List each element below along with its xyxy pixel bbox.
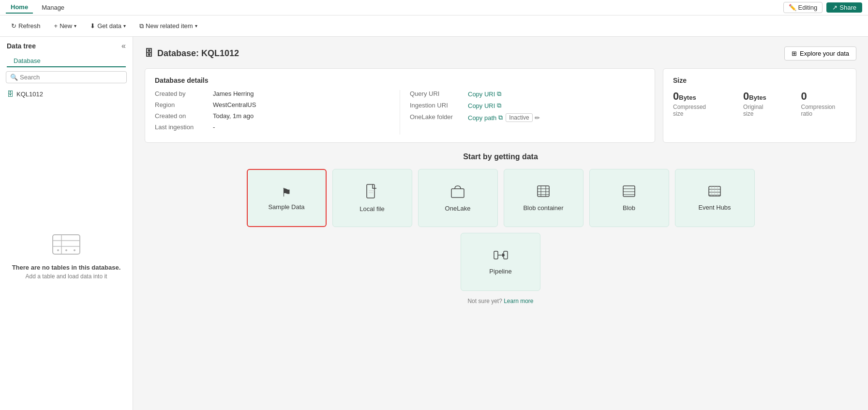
sample-data-label: Sample Data xyxy=(268,203,304,211)
copy-icon-onelake: ⧉ xyxy=(498,114,503,121)
top-nav: Home Manage ✏️ Editing ↗ Share xyxy=(0,0,868,15)
sidebar-title: Data tree xyxy=(7,42,36,50)
last-ingestion-row: Last ingestion - xyxy=(155,123,390,131)
data-source-local-file[interactable]: Local file xyxy=(332,169,412,227)
sidebar-item-kql1012[interactable]: 🗄 KQL1012 xyxy=(0,87,133,101)
learn-more-link[interactable]: Learn more xyxy=(504,298,533,304)
plus-icon: + xyxy=(54,22,58,30)
edit-icon[interactable]: ✏ xyxy=(535,114,540,121)
explore-icon: ⊞ xyxy=(792,50,797,57)
onelake-label: OneLake folder xyxy=(410,113,468,122)
last-ingestion-value: - xyxy=(213,123,215,131)
blob-label: Blob xyxy=(623,204,635,212)
explore-data-button[interactable]: ⊞ Explore your data xyxy=(784,46,856,61)
copy-uri-query-link[interactable]: Copy URI ⧉ xyxy=(468,90,501,98)
data-source-sample[interactable]: ⚑ Sample Data xyxy=(247,169,327,227)
data-source-event-hubs[interactable]: Event Hubs xyxy=(675,169,755,227)
sidebar-empty-state: There are no tables in this database. Ad… xyxy=(0,101,133,410)
new-button[interactable]: + New ▾ xyxy=(49,20,82,32)
sidebar-tab-database[interactable]: Database xyxy=(7,53,126,67)
query-uri-row: Query URI Copy URI ⧉ xyxy=(410,90,645,98)
details-col-right: Query URI Copy URI ⧉ Ingestion URI Copy … xyxy=(410,90,645,135)
last-ingestion-label: Last ingestion xyxy=(155,123,213,131)
svg-rect-17 xyxy=(623,186,635,197)
refresh-button[interactable]: ↻ Refresh xyxy=(6,20,46,32)
blob-container-icon xyxy=(537,185,550,200)
size-metrics: 0Bytes Compressed size 0Bytes Original s… xyxy=(673,90,846,117)
refresh-label: Refresh xyxy=(18,22,41,30)
search-input[interactable] xyxy=(20,74,122,81)
local-file-icon xyxy=(366,184,378,201)
original-unit: Bytes xyxy=(749,94,766,101)
db-title-icon: 🗄 xyxy=(145,48,153,59)
get-data-label: Get data xyxy=(97,22,121,30)
new-related-button[interactable]: ⧉ New related item ▾ xyxy=(134,20,203,32)
original-size-value: 0Bytes xyxy=(743,90,774,103)
explore-label: Explore your data xyxy=(800,50,849,57)
nav-tab-manage[interactable]: Manage xyxy=(37,1,69,14)
empty-table-icon xyxy=(51,231,82,258)
nav-tab-home[interactable]: Home xyxy=(6,1,33,14)
share-button[interactable]: ↗ Share xyxy=(826,2,862,13)
share-icon: ↗ xyxy=(832,4,838,11)
new-related-icon: ⧉ xyxy=(139,22,144,30)
onelake-row: OneLake folder Copy path ⧉ Inactive ✏ xyxy=(410,113,645,122)
created-by-label: Created by xyxy=(155,90,213,97)
copy-uri-ingestion-label: Copy URI xyxy=(468,102,495,109)
created-by-row: Created by James Herring xyxy=(155,90,390,97)
not-sure-text: Not sure yet? xyxy=(467,298,502,304)
created-on-label: Created on xyxy=(155,112,213,120)
get-data-dropdown-arrow: ▾ xyxy=(123,23,126,29)
event-hubs-label: Event Hubs xyxy=(698,204,731,211)
refresh-icon: ↻ xyxy=(11,22,16,30)
copy-icon-ingestion: ⧉ xyxy=(497,102,501,109)
copy-uri-ingestion-link[interactable]: Copy URI ⧉ xyxy=(468,102,501,109)
created-on-row: Created on Today, 1m ago xyxy=(155,112,390,120)
details-divider xyxy=(400,90,400,135)
cards-row: Database details Created by James Herrin… xyxy=(145,68,856,143)
pipeline-icon xyxy=(494,249,508,264)
onelake-icon xyxy=(451,184,464,201)
data-source-onelake[interactable]: OneLake xyxy=(418,169,498,227)
not-sure-section: Not sure yet? Learn more xyxy=(145,298,856,304)
nav-actions: ✏️ Editing ↗ Share xyxy=(783,2,862,13)
copy-path-link[interactable]: Copy path ⧉ xyxy=(468,114,503,121)
editing-label: Editing xyxy=(798,4,818,11)
region-row: Region WestCentralUS xyxy=(155,101,390,108)
details-card-title: Database details xyxy=(155,76,645,84)
data-source-blob-container[interactable]: Blob container xyxy=(504,169,584,227)
database-icon: 🗄 xyxy=(7,90,14,98)
blob-icon xyxy=(622,185,636,200)
new-related-label: New related item xyxy=(146,22,193,30)
size-card-title: Size xyxy=(673,76,846,84)
compressed-num: 0 xyxy=(673,90,679,102)
get-data-icon: ⬇ xyxy=(90,22,95,30)
svg-rect-7 xyxy=(367,184,374,198)
svg-point-5 xyxy=(65,249,67,251)
data-source-blob[interactable]: Blob xyxy=(589,169,669,227)
db-title: 🗄 Database: KQL1012 xyxy=(145,48,239,59)
collapse-button[interactable]: « xyxy=(121,42,126,50)
new-dropdown-arrow: ▾ xyxy=(74,23,76,29)
svg-rect-11 xyxy=(538,186,549,197)
new-related-dropdown-arrow: ▾ xyxy=(195,23,197,29)
main-layout: Data tree « Database 🔍 🗄 KQL1012 There xyxy=(0,37,868,410)
editing-button[interactable]: ✏️ Editing xyxy=(783,2,823,13)
data-source-pipeline[interactable]: Pipeline xyxy=(461,233,540,291)
compressed-size-metric: 0Bytes Compressed size xyxy=(673,90,716,117)
svg-point-4 xyxy=(57,249,59,251)
blob-container-label: Blob container xyxy=(523,204,563,212)
compressed-unit: Bytes xyxy=(679,94,696,101)
details-card: Database details Created by James Herrin… xyxy=(145,68,655,143)
created-on-value: Today, 1m ago xyxy=(213,112,254,120)
local-file-label: Local file xyxy=(359,205,384,213)
sidebar-tab-label: Database xyxy=(14,57,41,64)
copy-path-label: Copy path xyxy=(468,114,496,121)
ratio-value: 0 xyxy=(801,90,846,103)
get-data-button[interactable]: ⬇ Get data ▾ xyxy=(85,20,131,32)
original-label: Original size xyxy=(743,104,774,117)
ratio-label: Compression ratio xyxy=(801,104,846,117)
ingestion-uri-row: Ingestion URI Copy URI ⧉ xyxy=(410,102,645,109)
nav-tabs: Home Manage xyxy=(6,1,69,14)
getting-data-title: Start by getting data xyxy=(145,152,856,161)
